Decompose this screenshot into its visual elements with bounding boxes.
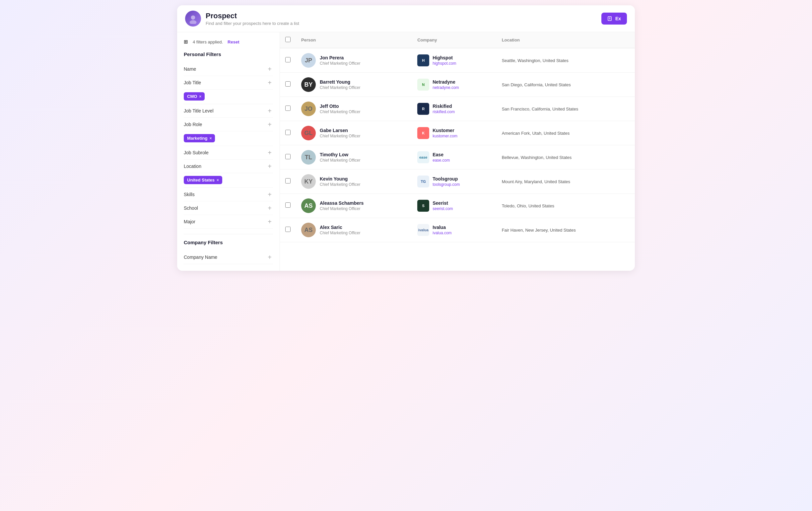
company-url[interactable]: ivalua.com (433, 231, 452, 235)
person-cell: JP Jon Perera Chief Marketing Officer (296, 48, 412, 73)
header-checkbox-col (280, 32, 296, 48)
company-name: Seerist (433, 200, 453, 206)
filter-item-job-title[interactable]: Job Title + (184, 76, 273, 90)
company-info: N Netradyne netradyne.com (417, 79, 491, 91)
location-text: American Fork, Utah, United States (502, 131, 570, 136)
select-all-checkbox[interactable] (285, 37, 291, 42)
company-info: R Riskified riskified.com (417, 103, 491, 115)
company-url[interactable]: toolsgroup.com (433, 182, 460, 187)
person-job-title: Chief Marketing Officer (320, 134, 360, 138)
company-filters-title: Company Filters (184, 239, 273, 245)
row-checkbox[interactable] (285, 81, 291, 87)
person-job-title: Chief Marketing Officer (320, 85, 360, 90)
filter-tag-us[interactable]: United States × (184, 176, 222, 184)
filter-tag-marketing[interactable]: Marketing × (184, 134, 215, 142)
person-job-title: Chief Marketing Officer (320, 231, 360, 235)
company-name: Ease (433, 152, 450, 157)
row-checkbox-cell (280, 194, 296, 218)
filter-label-job-role: Job Role (184, 122, 202, 127)
filter-add-job-subrole[interactable]: + (266, 149, 273, 156)
row-checkbox[interactable] (285, 154, 291, 159)
filter-add-job-title-level[interactable]: + (266, 108, 273, 114)
filter-add-job-title[interactable]: + (266, 79, 273, 86)
column-company: Company (412, 32, 496, 48)
filter-add-school[interactable]: + (266, 205, 273, 211)
person-cell: TL Timothy Low Chief Marketing Officer (296, 145, 412, 170)
person-info: JO Jeff Otto Chief Marketing Officer (301, 102, 407, 116)
row-checkbox[interactable] (285, 106, 291, 111)
person-avatar: GL (301, 126, 316, 140)
header: Prospect Find and filter your prospects … (177, 5, 635, 32)
page-title: Prospect (206, 11, 299, 20)
person-info: KY Kevin Young Chief Marketing Officer (301, 174, 407, 189)
location-cell: Mount Airy, Maryland, United States (497, 170, 635, 194)
company-name: Riskified (433, 104, 455, 109)
filter-label-job-title: Job Title (184, 80, 201, 85)
filter-item-name[interactable]: Name + (184, 62, 273, 76)
table-row: BY Barrett Young Chief Marketing Officer… (280, 73, 635, 97)
person-name: Alex Saric (320, 225, 360, 230)
filter-count: 4 filters applied. (193, 39, 223, 45)
company-logo: H (417, 54, 429, 66)
filter-add-job-role[interactable]: + (266, 121, 273, 128)
table-row: TL Timothy Low Chief Marketing Officer e… (280, 145, 635, 170)
filter-tag-row-location: United States × (184, 173, 273, 188)
person-name: Gabe Larsen (320, 128, 360, 133)
filter-item-skills[interactable]: Skills + (184, 188, 273, 201)
person-cell: BY Barrett Young Chief Marketing Officer (296, 73, 412, 97)
svg-point-0 (191, 15, 195, 20)
export-icon (607, 16, 613, 21)
filter-item-job-subrole[interactable]: Job Subrole + (184, 146, 273, 160)
row-checkbox[interactable] (285, 202, 291, 208)
prospect-table: Person Company Location JP Jon Perera Ch… (280, 32, 635, 242)
row-checkbox[interactable] (285, 130, 291, 135)
filter-item-location[interactable]: Location + (184, 160, 273, 173)
filter-item-job-role[interactable]: Job Role + (184, 118, 273, 132)
filter-label-location: Location (184, 164, 201, 169)
person-job-title: Chief Marketing Officer (320, 206, 364, 211)
company-url[interactable]: seerist.com (433, 206, 453, 211)
filter-label-name: Name (184, 66, 196, 72)
company-name: Kustomer (433, 128, 457, 133)
company-url[interactable]: ease.com (433, 158, 450, 163)
export-button[interactable]: Ex (601, 12, 627, 25)
person-cell: JO Jeff Otto Chief Marketing Officer (296, 97, 412, 121)
table-row: JP Jon Perera Chief Marketing Officer H … (280, 48, 635, 73)
filter-add-major[interactable]: + (266, 218, 273, 225)
remove-us-tag[interactable]: × (216, 178, 219, 182)
filter-label-job-title-level: Job Title Level (184, 108, 213, 113)
person-job-title: Chief Marketing Officer (320, 182, 360, 187)
filter-item-job-title-level[interactable]: Job Title Level + (184, 104, 273, 118)
main-layout: ⊞ 4 filters applied. Reset Personal Filt… (177, 32, 635, 271)
filter-add-company-name[interactable]: + (266, 254, 273, 260)
filter-add-skills[interactable]: + (266, 191, 273, 198)
company-cell: ivalua Ivalua ivalua.com (412, 218, 496, 242)
filter-item-company-name[interactable]: Company Name + (184, 251, 273, 264)
company-url[interactable]: riskified.com (433, 110, 455, 114)
reset-button[interactable]: Reset (228, 39, 239, 45)
company-url[interactable]: netradyne.com (433, 85, 459, 90)
company-logo: R (417, 103, 429, 115)
filter-add-name[interactable]: + (266, 66, 273, 72)
filter-add-location[interactable]: + (266, 163, 273, 170)
company-info: H Highspot highspot.com (417, 54, 491, 66)
filter-item-major[interactable]: Major + (184, 215, 273, 229)
company-name: Netradyne (433, 79, 459, 85)
remove-marketing-tag[interactable]: × (209, 136, 212, 141)
location-cell: Seattle, Washington, United States (497, 48, 635, 73)
filter-tag-cmo[interactable]: CMO × (184, 92, 205, 101)
company-url[interactable]: highspot.com (433, 61, 456, 66)
company-info: S Seerist seerist.com (417, 200, 491, 212)
location-cell: Bellevue, Washington, United States (497, 145, 635, 170)
person-job-title: Chief Marketing Officer (320, 61, 360, 66)
row-checkbox[interactable] (285, 57, 291, 62)
svg-point-1 (190, 20, 197, 24)
location-text: Fair Haven, New Jersey, United States (502, 228, 576, 233)
row-checkbox[interactable] (285, 227, 291, 232)
company-info: ease Ease ease.com (417, 151, 491, 163)
filter-item-school[interactable]: School + (184, 201, 273, 215)
filter-tag-row-job-title: CMO × (184, 90, 273, 104)
row-checkbox[interactable] (285, 178, 291, 183)
remove-cmo-tag[interactable]: × (199, 94, 201, 99)
company-url[interactable]: kustomer.com (433, 134, 457, 138)
